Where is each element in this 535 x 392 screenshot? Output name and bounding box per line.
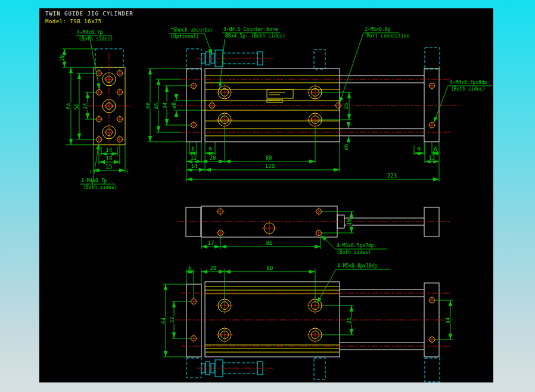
dim-19-side: 19 <box>346 219 352 226</box>
dim-9-right: 9 <box>417 147 420 153</box>
dim-6-right: 6 <box>434 147 437 153</box>
dim-17: 17 <box>208 240 214 246</box>
desktop-background: TWIN GUIDE JIG CYLINDER Model: TSB 16x75… <box>0 0 535 392</box>
svg-text:(Both sides): (Both sides) <box>79 36 113 42</box>
svg-text:4-M5x0.8px10dp: 4-M5x0.8px10dp <box>337 263 378 269</box>
dim-34: 34 <box>162 102 168 109</box>
dim-25: 25 <box>106 164 113 170</box>
svg-text:4-Ø4.5 Counter bore: 4-Ø4.5 Counter bore <box>223 26 278 32</box>
chamfer-1-right: 1 <box>126 170 129 175</box>
svg-text:(Both sides): (Both sides) <box>451 86 486 92</box>
svg-text:*Shock absorber: *Shock absorber <box>170 27 213 33</box>
dim-25-bottom: 25 <box>346 318 352 324</box>
dim-56: 56 <box>74 104 80 110</box>
svg-text:4-M4x0.7px8dp: 4-M4x0.7px8dp <box>450 80 487 85</box>
dim-66: 66 <box>145 102 151 109</box>
svg-text:2-M5x0.8p: 2-M5x0.8p <box>365 27 391 32</box>
dim-64: 64 <box>66 103 71 110</box>
dim-14: 14 <box>106 147 113 153</box>
dim-6-bottom: 6 <box>188 265 191 271</box>
svg-text:4-M3x0.5px7dp.: 4-M3x0.5px7dp. <box>337 243 377 248</box>
dim-24: 24 <box>82 103 88 110</box>
dim-14: 14 <box>191 163 198 169</box>
dim-9-left: 9 <box>209 147 211 153</box>
drawing-canvas <box>39 8 493 382</box>
dim-80: 80 <box>266 155 272 161</box>
dim-34-bottom: 34 <box>445 318 451 324</box>
dim-6-left: 6 <box>191 147 194 153</box>
dim-18: 18 <box>106 155 113 161</box>
drawing-model: Model: TSB 16x75 <box>45 18 102 24</box>
dim-80-bottom: 80 <box>267 265 273 271</box>
dim-dia6: ø6 <box>343 144 349 151</box>
drawing-title: TWIN GUIDE JIG CYLINDER <box>45 11 133 17</box>
svg-text:4-M4x0.7p: 4-M4x0.7p <box>77 30 103 35</box>
cad-drawing: TWIN GUIDE JIG CYLINDER Model: TSB 16x75… <box>0 0 535 392</box>
svg-text:(Both sides): (Both sides) <box>83 185 117 190</box>
dim-46: 46 <box>154 103 160 110</box>
dim-19: 19 <box>59 55 65 62</box>
dim-86: 86 <box>266 240 273 246</box>
dim-25: 25 <box>343 103 349 110</box>
svg-text:(Optional): (Optional) <box>170 34 199 39</box>
svg-text:4-M4x0.7p: 4-M4x0.7p <box>81 178 107 183</box>
dim-223: 223 <box>387 173 397 179</box>
dim-120: 120 <box>265 163 275 169</box>
svg-text:Port connection: Port connection <box>366 33 409 39</box>
dim-12-left: 12 <box>191 155 197 161</box>
dim-64-bottom: 64 <box>161 318 167 324</box>
dim-32: 32 <box>169 317 175 323</box>
dim-dia8: ø8 <box>171 102 177 109</box>
dim-20: 20 <box>210 155 216 161</box>
svg-text:Ø8x4.5p. (Both sides): Ø8x4.5p. (Both sides) <box>225 33 285 39</box>
dim-12-right: 12 <box>429 155 436 161</box>
chamfer-1-left: 1 <box>89 170 92 175</box>
dim-20-bottom: 20 <box>210 265 217 271</box>
svg-text:(Both sides): (Both sides) <box>337 250 371 255</box>
